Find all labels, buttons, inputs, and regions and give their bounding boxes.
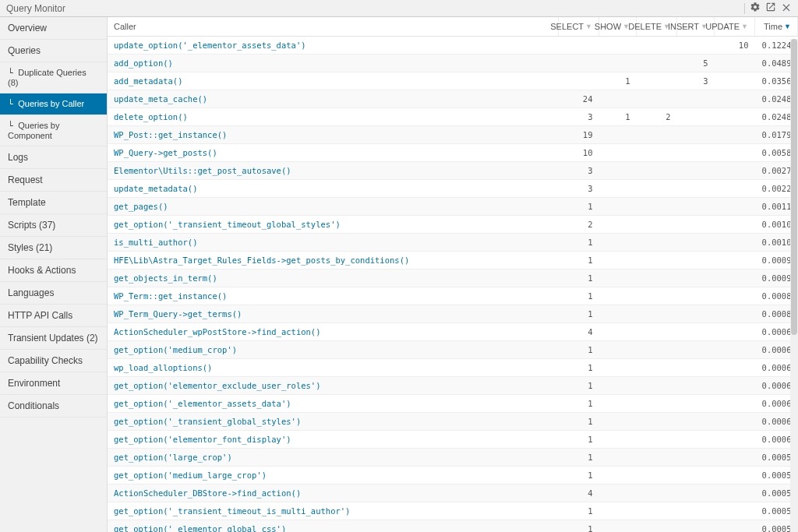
cell-show [599, 520, 637, 533]
col-caller-label: Caller [114, 22, 136, 31]
cell-delete [637, 449, 677, 467]
sidebar-item[interactable]: Template [0, 192, 107, 214]
cell-select [559, 37, 599, 55]
sidebar-item[interactable]: └ Duplicate Queries (8) [0, 62, 107, 93]
sidebar-item[interactable]: Conditionals [0, 395, 107, 417]
cell-delete [637, 305, 677, 323]
sidebar-item-label: Styles (21) [8, 242, 52, 253]
cell-insert [677, 126, 715, 144]
col-time-label: Time [764, 22, 782, 31]
cell-show [599, 377, 637, 395]
sidebar: OverviewQueries└ Duplicate Queries (8)└ … [0, 17, 108, 532]
popout-icon[interactable] [765, 2, 776, 15]
cell-insert [677, 520, 715, 533]
cell-update: 10 [715, 37, 755, 55]
cell-select: 3 [559, 162, 599, 180]
cell-caller[interactable]: get_option('large_crop') [108, 449, 559, 467]
cell-select: 1 [559, 287, 599, 305]
cell-caller[interactable]: is_multi_author() [108, 234, 559, 252]
sidebar-item[interactable]: Languages [0, 282, 107, 305]
cell-show [599, 359, 637, 377]
sidebar-item[interactable]: Request [0, 169, 107, 192]
sort-icon: ▼ [741, 23, 748, 30]
cell-caller[interactable]: get_option('medium_large_crop') [108, 467, 559, 484]
cell-update [715, 180, 755, 198]
col-time[interactable]: Time▼ [755, 17, 798, 37]
scrollbar[interactable] [790, 39, 798, 532]
cell-delete [637, 467, 677, 484]
sidebar-item[interactable]: Capability Checks [0, 350, 107, 372]
sidebar-item[interactable]: Queries [0, 40, 107, 62]
table-row: ActionScheduler_DBStore->find_action()40… [108, 484, 798, 502]
cell-caller[interactable]: get_option('_transient_global_styles') [108, 413, 559, 431]
cell-caller[interactable]: get_option('elementor_font_display') [108, 431, 559, 449]
body: OverviewQueries└ Duplicate Queries (8)└ … [0, 17, 798, 532]
cell-caller[interactable]: add_option() [108, 55, 559, 72]
cell-insert [677, 216, 715, 234]
cell-delete [637, 234, 677, 252]
cell-select: 1 [559, 305, 599, 323]
cell-update [715, 520, 755, 533]
scrollbar-thumb[interactable] [791, 39, 797, 335]
cell-delete [637, 323, 677, 341]
table-row: get_option('_elementor_assets_data')10.0… [108, 395, 798, 413]
sort-icon: ▼ [784, 23, 791, 30]
col-select[interactable]: SELECT▼ [559, 17, 599, 37]
sidebar-item[interactable]: └ Queries by Caller [0, 93, 107, 115]
cell-delete [637, 37, 677, 55]
cell-caller[interactable]: WP_Term::get_instance() [108, 287, 559, 305]
cell-caller[interactable]: ActionScheduler_wpPostStore->find_action… [108, 323, 559, 341]
cell-update [715, 502, 755, 520]
cell-caller[interactable]: update_option('_elementor_assets_data') [108, 37, 559, 55]
cell-caller[interactable]: ActionScheduler_DBStore->find_action() [108, 484, 559, 502]
cell-select: 1 [559, 377, 599, 395]
cell-delete [637, 55, 677, 72]
sidebar-item[interactable]: Environment [0, 372, 107, 395]
cell-caller[interactable]: delete_option() [108, 108, 559, 126]
close-icon[interactable] [781, 2, 792, 15]
sidebar-item[interactable]: Logs [0, 146, 107, 169]
col-insert-label: INSERT [668, 22, 699, 31]
cell-caller[interactable]: get_objects_in_term() [108, 270, 559, 287]
sidebar-item-label: Conditionals [8, 400, 59, 411]
cell-delete [637, 431, 677, 449]
cell-caller[interactable]: update_metadata() [108, 180, 559, 198]
settings-icon[interactable] [750, 2, 761, 15]
cell-caller[interactable]: WP_Post::get_instance() [108, 126, 559, 144]
cell-caller[interactable]: get_option('_elementor_global_css') [108, 520, 559, 533]
cell-update [715, 162, 755, 180]
cell-update [715, 395, 755, 413]
cell-caller[interactable]: get_option('_transient_timeout_global_st… [108, 216, 559, 234]
cell-caller[interactable]: get_option('_elementor_assets_data') [108, 395, 559, 413]
table-row: get_objects_in_term()10.0009 [108, 270, 798, 287]
cell-delete [637, 287, 677, 305]
sidebar-item[interactable]: Scripts (37) [0, 214, 107, 237]
col-caller[interactable]: Caller [108, 17, 559, 37]
cell-caller[interactable]: Elementor\Utils::get_post_autosave() [108, 162, 559, 180]
cell-update [715, 484, 755, 502]
sidebar-item[interactable]: HTTP API Calls [0, 305, 107, 327]
sidebar-item[interactable]: Overview [0, 17, 107, 40]
cell-select: 1 [559, 270, 599, 287]
cell-insert [677, 431, 715, 449]
cell-caller[interactable]: get_option('elementor_exclude_user_roles… [108, 377, 559, 395]
col-update[interactable]: UPDATE▼ [715, 17, 755, 37]
cell-caller[interactable]: wp_load_alloptions() [108, 359, 559, 377]
sidebar-item[interactable]: Styles (21) [0, 237, 107, 259]
sidebar-item[interactable]: Transient Updates (2) [0, 327, 107, 350]
table-row: Elementor\Utils::get_post_autosave()30.0… [108, 162, 798, 180]
cell-show [599, 216, 637, 234]
cell-caller[interactable]: WP_Term_Query->get_terms() [108, 305, 559, 323]
sidebar-item[interactable]: └ Queries by Component [0, 115, 107, 146]
sidebar-item[interactable]: Hooks & Actions [0, 259, 107, 282]
cell-caller[interactable]: add_metadata() [108, 72, 559, 90]
cell-caller[interactable]: WP_Query->get_posts() [108, 144, 559, 162]
table-scroll[interactable]: Caller SELECT▼ SHOW▼ DELETE▼ [108, 17, 798, 532]
cell-caller[interactable]: get_pages() [108, 198, 559, 216]
cell-caller[interactable]: HFE\Lib\Astra_Target_Rules_Fields->get_p… [108, 252, 559, 270]
cell-insert [677, 484, 715, 502]
cell-caller[interactable]: get_option('medium_crop') [108, 341, 559, 359]
cell-caller[interactable]: update_meta_cache() [108, 90, 559, 108]
cell-caller[interactable]: get_option('_transient_timeout_is_multi_… [108, 502, 559, 520]
cell-show [599, 449, 637, 467]
